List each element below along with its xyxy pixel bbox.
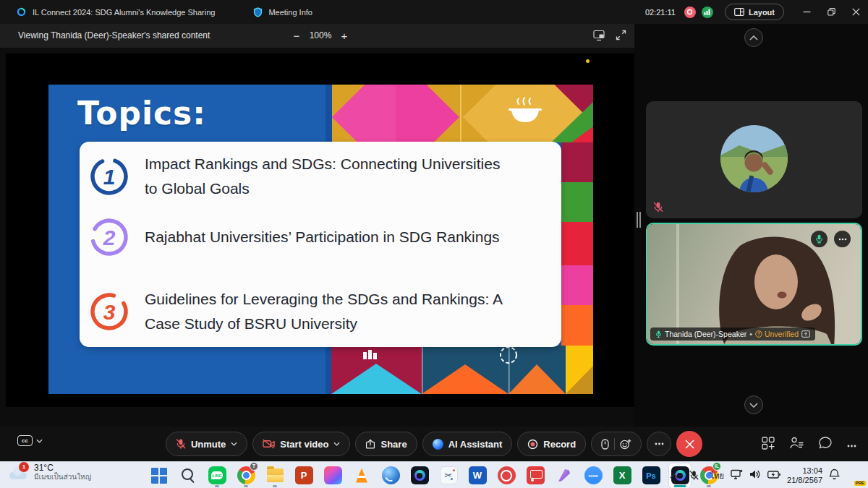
battery-button[interactable]: [767, 470, 780, 481]
taskbar-app-file-explorer[interactable]: [264, 463, 286, 488]
apps-button[interactable]: [762, 437, 775, 452]
record-red-icon: [498, 466, 516, 484]
presenter-pointer-dot: [586, 59, 590, 63]
participants-panel: Thanida (Deer)-Speaker • ? Unverified: [634, 24, 868, 427]
leave-meeting-button[interactable]: [676, 431, 702, 457]
taskbar-app-excel[interactable]: X: [611, 463, 633, 488]
taskbar-app-record-red[interactable]: [495, 463, 517, 488]
taskbar-app-chrome-profile-t[interactable]: T: [235, 463, 257, 488]
close-button[interactable]: [843, 0, 868, 24]
restore-button[interactable]: [819, 0, 843, 24]
svg-text:1: 1: [103, 165, 116, 189]
tray-mic-muted-button[interactable]: [685, 466, 704, 485]
quill-icon: [558, 468, 571, 482]
shield-icon: [252, 7, 263, 18]
unmute-button[interactable]: Unmute: [166, 432, 247, 456]
svg-text:?: ?: [757, 331, 760, 336]
fullscreen-expand-icon[interactable]: [613, 29, 628, 43]
number-1-badge-icon: 1: [88, 155, 130, 197]
mic-muted-icon: [653, 202, 663, 213]
scroll-up-chevron-icon[interactable]: [744, 28, 763, 47]
layout-label: Layout: [749, 8, 775, 17]
language-indicator[interactable]: ไทย: [710, 469, 724, 482]
mic-muted-icon: [689, 470, 699, 481]
ai-assistant-icon: [433, 439, 443, 450]
svg-text:3: 3: [103, 300, 116, 324]
scroll-down-chevron-icon[interactable]: [744, 395, 763, 414]
taskbar-app-line[interactable]: LINE: [206, 463, 228, 488]
sdg-mosaic-top: [326, 85, 593, 142]
battery-charging-icon: [767, 471, 780, 479]
ai-assistant-button[interactable]: AI Assistant: [422, 432, 513, 456]
panel-resize-grip[interactable]: [637, 212, 641, 228]
participants-button[interactable]: [790, 437, 804, 451]
speaker-more-options-button[interactable]: [834, 231, 851, 247]
cast-red-icon: [527, 466, 545, 484]
more-options-button[interactable]: [647, 432, 671, 456]
snipping-tool-icon: [440, 466, 458, 484]
popout-icon[interactable]: [801, 330, 810, 338]
pop-out-window-icon[interactable]: [592, 29, 607, 43]
taskbar-app-zoom[interactable]: zoom: [582, 463, 604, 488]
close-x-icon: [685, 440, 694, 449]
taskbar-app-edge-blue[interactable]: [380, 463, 401, 488]
minimize-button[interactable]: [794, 0, 819, 24]
speaker-mic-button[interactable]: [811, 231, 827, 247]
slide-title: Topics:: [77, 95, 206, 132]
active-speaker-video-tile[interactable]: Thanida (Deer)-Speaker • ? Unverified: [646, 223, 862, 346]
zoom-out-button[interactable]: −: [288, 27, 305, 44]
meeting-info-label: Meeting Info: [268, 8, 312, 17]
taskbar-app-word[interactable]: W: [467, 463, 488, 488]
participants-icon: [790, 437, 804, 449]
taskbar-app-windows-start[interactable]: [148, 463, 170, 488]
excel-icon: X: [613, 466, 631, 484]
mic-on-icon: [655, 330, 662, 338]
start-video-button[interactable]: Start video: [252, 432, 350, 456]
panel-more-button[interactable]: [847, 439, 856, 450]
display-network-icon: [731, 469, 743, 479]
taskbar-app-photoshop[interactable]: Ps: [640, 463, 662, 488]
taskbar-app-powerpoint[interactable]: P: [293, 463, 315, 488]
show-hidden-icons-chevron[interactable]: [670, 470, 678, 481]
titlebar: IL Connect 2024: SDG Alumni's Knowledge …: [0, 0, 868, 24]
separator: •: [749, 330, 752, 338]
chat-button[interactable]: [819, 437, 832, 451]
volume-button[interactable]: [749, 469, 761, 481]
unverified-badge: ? Unverified: [755, 330, 799, 338]
taskbar-app-adobe-cc[interactable]: [322, 463, 344, 488]
layout-button[interactable]: Layout: [725, 4, 784, 20]
powerpoint-icon: P: [295, 466, 313, 484]
devices-reactions-button[interactable]: [591, 432, 642, 456]
share-button[interactable]: Share: [355, 432, 417, 456]
taskbar-app-snipping-tool[interactable]: [438, 463, 459, 488]
zoom-in-button[interactable]: +: [336, 27, 353, 44]
recording-indicator-icon[interactable]: [684, 7, 696, 18]
search-icon: [179, 466, 197, 484]
speaker-name-label: Thanida (Deer)-Speaker • ? Unverified: [650, 328, 815, 341]
layout-grid-icon: [734, 8, 744, 16]
notifications-bell-button[interactable]: [829, 468, 840, 482]
taskbar-app-webex-dark[interactable]: [409, 463, 430, 488]
more-dots-icon: [655, 442, 664, 445]
topics-card: 1 Impact Rankings and SDGs: Connecting U…: [80, 142, 561, 347]
meeting-info-button[interactable]: Meeting Info: [252, 7, 312, 18]
chrome-profile-il-badge: IL: [712, 462, 721, 471]
presentation-slide: Topics: 1 Impact Rankings and SDGs: Conn…: [48, 85, 593, 394]
taskbar-app-vlc[interactable]: [351, 463, 373, 488]
network-display-button[interactable]: [731, 469, 743, 481]
taskbar-app-cast-red[interactable]: [524, 463, 546, 488]
viewing-label: Viewing Thanida (Deer)-Speaker's shared …: [18, 30, 210, 40]
record-button[interactable]: Record: [517, 432, 586, 456]
ai-assistant-label: AI Assistant: [448, 439, 503, 450]
topic-item-1: 1 Impact Rankings and SDGs: Connecting U…: [88, 149, 500, 204]
topic-1-line-1: Impact Rankings and SDGs: Connecting Uni…: [145, 152, 500, 176]
system-tray: ไทย 13:04 21/8/: [670, 462, 862, 488]
taskbar-app-quill[interactable]: [553, 463, 575, 488]
copilot-button[interactable]: PRE: [846, 468, 862, 484]
word-icon: W: [469, 466, 487, 484]
taskbar-app-search[interactable]: [177, 463, 199, 488]
participant-video-tile[interactable]: [646, 101, 862, 218]
clock[interactable]: 13:04 21/8/2567: [787, 466, 822, 484]
apps-grid-icon: [762, 437, 775, 450]
connection-quality-icon[interactable]: [702, 7, 713, 18]
